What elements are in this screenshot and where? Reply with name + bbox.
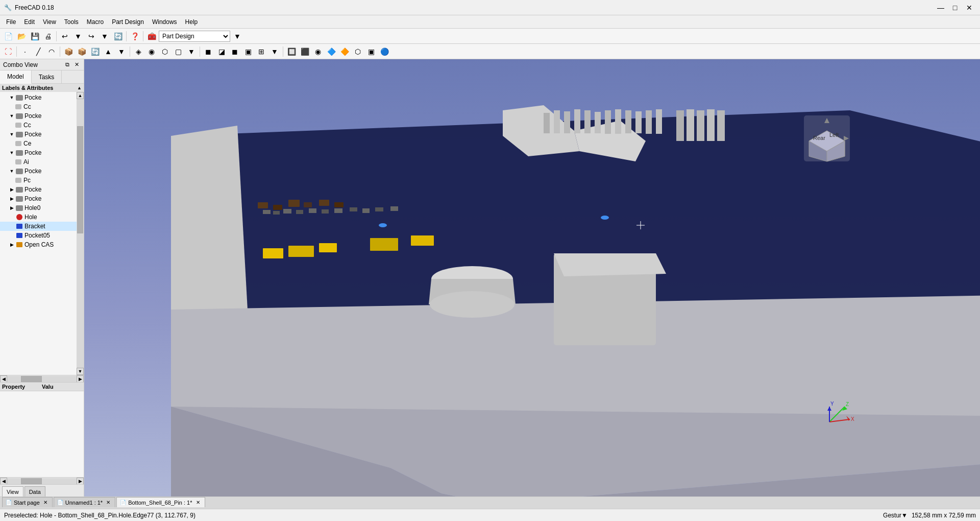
menu-edit[interactable]: Edit xyxy=(20,15,39,28)
tb-redo[interactable]: ↪ xyxy=(85,30,97,42)
maximize-button[interactable]: □ xyxy=(948,2,962,13)
tb2-fillet[interactable]: ◉ xyxy=(145,45,158,58)
tab-bottom-shell[interactable]: 📄 Bottom_Shell_68_Pin : 1* ✕ xyxy=(116,497,205,507)
3d-viewport[interactable]: Rear Left Z X Y xyxy=(84,59,980,496)
tree-ai4[interactable]: Ai xyxy=(0,157,77,167)
tb2-bool3[interactable]: ◼ xyxy=(229,45,241,58)
tb2-thick-arrow[interactable]: ▼ xyxy=(185,45,198,58)
tb2-line[interactable]: ╱ xyxy=(32,45,44,58)
menu-tools[interactable]: Tools xyxy=(60,15,83,28)
arrow-pocket4: ▼ xyxy=(8,149,15,156)
tb2-misc7[interactable]: ▣ xyxy=(365,45,377,58)
scroll-down-arrow[interactable]: ▼ xyxy=(77,368,84,375)
tb2-loft-arrow[interactable]: ▼ xyxy=(115,45,128,58)
tree-cc2[interactable]: Cc xyxy=(0,121,77,130)
gesture-label[interactable]: Gestur▼ xyxy=(883,512,908,519)
menu-windows[interactable]: Windows xyxy=(148,15,181,28)
tb2-draft[interactable]: ⬡ xyxy=(159,45,171,58)
tree-pocket2[interactable]: ▼ Pocke xyxy=(0,111,77,121)
tb-refresh[interactable]: 🔄 xyxy=(112,30,124,42)
tree-ce3[interactable]: Ce xyxy=(0,139,77,148)
tab-tasks[interactable]: Tasks xyxy=(32,70,62,83)
tree-pocket6[interactable]: ▶ Pocke xyxy=(0,185,77,194)
scroll-thumb[interactable] xyxy=(77,126,83,233)
tree-pc5[interactable]: Pc xyxy=(0,176,77,185)
tree-hole0[interactable]: ▶ Hole0 xyxy=(0,203,77,212)
tab-model[interactable]: Model xyxy=(0,70,32,84)
document-tabs-bar: 📄 Start page ✕ 📄 Unnamed1 : 1* ✕ 📄 Botto… xyxy=(0,496,980,509)
workbench-arrow[interactable]: ▼ xyxy=(231,30,243,42)
tree-cc1[interactable]: Cc xyxy=(0,102,77,111)
tree-pocket7[interactable]: ▶ Pocke xyxy=(0,194,77,203)
menu-file[interactable]: File xyxy=(2,15,20,28)
menu-view[interactable]: View xyxy=(39,15,60,28)
tb2-thickness[interactable]: ▢ xyxy=(172,45,184,58)
menu-help[interactable]: Help xyxy=(181,15,202,28)
svg-rect-41 xyxy=(554,110,560,133)
workbench-dropdown[interactable]: Part Design Sketcher Part xyxy=(159,31,230,42)
tree-pocket5[interactable]: ▼ Pocke xyxy=(0,167,77,176)
tb2-bool2[interactable]: ◪ xyxy=(215,45,228,58)
tree-opencas[interactable]: ▶ Open CAS xyxy=(0,240,77,249)
tree-pocket4[interactable]: ▼ Pocke xyxy=(0,148,77,157)
menu-partdesign[interactable]: Part Design xyxy=(108,15,148,28)
tb-undo-arrow[interactable]: ▼ xyxy=(72,30,84,42)
svg-rect-25 xyxy=(319,200,329,206)
combo-float-btn[interactable]: ⧉ xyxy=(63,61,71,69)
unnamed1-close[interactable]: ✕ xyxy=(105,499,112,506)
tb-help[interactable]: ❓ xyxy=(129,30,141,42)
combo-close-btn[interactable]: ✕ xyxy=(72,61,81,69)
minimize-button[interactable]: — xyxy=(934,2,947,13)
tb-redo-arrow[interactable]: ▼ xyxy=(99,30,111,42)
tab-unnamed1[interactable]: 📄 Unnamed1 : 1* ✕ xyxy=(54,497,115,507)
tb-save[interactable]: 💾 xyxy=(29,30,41,42)
cc2-icon xyxy=(14,121,22,129)
bottom-shell-close[interactable]: ✕ xyxy=(194,499,202,506)
h-scroll-left[interactable]: ◀ xyxy=(0,375,7,383)
tb2-pocket[interactable]: 📦 xyxy=(76,45,88,58)
props-scroll-thumb[interactable] xyxy=(21,478,42,484)
tb2-misc4[interactable]: 🔷 xyxy=(325,45,337,58)
tb2-sketch[interactable]: ⛶ xyxy=(2,45,14,58)
tree-bracket[interactable]: Bracket xyxy=(0,222,77,231)
tb2-misc1[interactable]: 🔲 xyxy=(285,45,298,58)
tb2-revolution[interactable]: 🔄 xyxy=(89,45,101,58)
tb-print[interactable]: 🖨 xyxy=(42,30,54,42)
tb2-misc8[interactable]: 🔵 xyxy=(378,45,390,58)
tab-start-page[interactable]: 📄 Start page ✕ xyxy=(2,497,53,507)
props-scroll-left[interactable]: ◀ xyxy=(0,478,7,485)
tb2-pad[interactable]: 📦 xyxy=(62,45,75,58)
tb-open[interactable]: 📂 xyxy=(15,30,28,42)
tree-pocket058[interactable]: Pocket05 xyxy=(0,231,77,240)
arrow-pocket058 xyxy=(8,232,15,239)
h-scroll-right[interactable]: ▶ xyxy=(77,375,84,383)
svg-rect-55 xyxy=(707,109,715,141)
tb2-bool-arrow[interactable]: ▼ xyxy=(268,45,281,58)
tb2-arc[interactable]: ◠ xyxy=(45,45,58,58)
close-button[interactable]: ✕ xyxy=(963,2,976,13)
tb2-loft[interactable]: ▲ xyxy=(102,45,114,58)
tb2-point[interactable]: · xyxy=(19,45,31,58)
tab-data[interactable]: Data xyxy=(24,486,45,496)
tree-pocket3[interactable]: ▼ Pocke xyxy=(0,130,77,139)
tb2-bool1[interactable]: ◼ xyxy=(202,45,214,58)
tb2-bool5[interactable]: ⊞ xyxy=(255,45,267,58)
tb2-bool4[interactable]: ▣ xyxy=(242,45,254,58)
menu-macro[interactable]: Macro xyxy=(83,15,108,28)
tb-workbench-icon[interactable]: 🧰 xyxy=(145,30,158,42)
h-scroll-thumb[interactable] xyxy=(21,376,42,382)
tb-new[interactable]: 📄 xyxy=(2,30,14,42)
scroll-up-arrow[interactable]: ▲ xyxy=(77,92,84,99)
tab-view[interactable]: View xyxy=(2,486,23,496)
tree-hole[interactable]: Hole xyxy=(0,212,77,222)
props-scroll-right[interactable]: ▶ xyxy=(77,478,84,485)
tb2-misc2[interactable]: ⬛ xyxy=(299,45,311,58)
tb2-chamfer[interactable]: ◈ xyxy=(132,45,144,58)
start-page-close[interactable]: ✕ xyxy=(42,499,49,506)
tb2-misc5[interactable]: 🔶 xyxy=(338,45,351,58)
tb-undo[interactable]: ↩ xyxy=(59,30,71,42)
tree-pocket1[interactable]: ▼ Pocke xyxy=(0,93,77,102)
tb2-misc3[interactable]: ◉ xyxy=(312,45,324,58)
tb2-misc6[interactable]: ⬡ xyxy=(352,45,364,58)
svg-rect-36 xyxy=(375,207,383,211)
